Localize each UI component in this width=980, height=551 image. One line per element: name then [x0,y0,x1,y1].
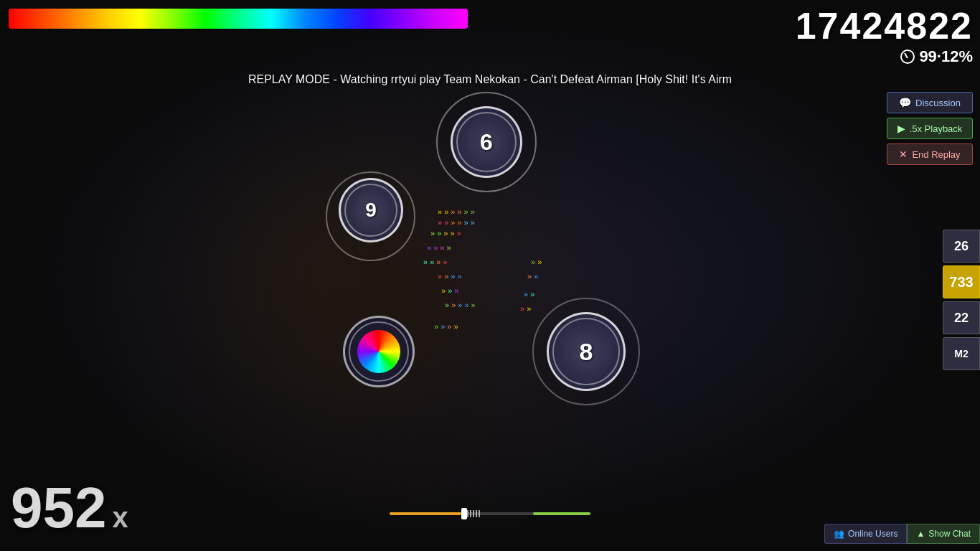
score-accuracy: ⏱ 99·12% [796,47,973,66]
combo-suffix: x [112,501,128,534]
arrow-row-4: » » » » [427,244,451,252]
show-chat-button[interactable]: ▲ Show Chat [907,524,980,544]
playback-button[interactable]: ▶ .5x Playback [887,118,973,139]
bottom-right-buttons: 👥 Online Users ▲ Show Chat [824,524,980,544]
combo-value: 952 [11,479,106,537]
arrow-row-far-2: » » [527,273,538,281]
circle-9-number: 9 [365,199,377,222]
online-users-label: Online Users [848,529,897,539]
hit-circle-6: 6 [451,106,522,178]
scrubber-marker [479,510,480,517]
arrow-row-2: » » » » » » [438,219,475,227]
show-chat-icon: ▲ [916,529,925,539]
discussion-icon: 💬 [899,97,911,108]
arrows-container: » » » » » » » » » » » » » » » » » » » » … [395,179,574,430]
end-replay-button[interactable]: ✕ End Replay [887,143,973,165]
scrubber-marker [473,510,474,517]
replay-mode-text: REPLAY MODE - Watching rrtyui play Team … [248,73,732,86]
scrubber-marker [476,510,477,517]
discussion-label: Discussion [915,98,961,108]
hit-circle-9: 9 [339,178,403,242]
stat-733: 733 [943,265,980,298]
online-users-button[interactable]: 👥 Online Users [824,524,907,544]
end-replay-label: End Replay [912,149,960,160]
accuracy-icon: ⏱ [900,50,915,64]
arrow-row-9: » » » » [434,323,458,331]
end-replay-icon: ✕ [899,149,908,160]
accuracy-value: 99·12% [919,47,973,66]
arrow-row-6: » » » » [438,273,462,281]
scrubber-track[interactable] [390,512,590,515]
scrubber-marker [467,510,468,517]
stat-22: 22 [943,301,980,334]
circle-7-spinner [357,330,400,373]
playback-label: .5x Playback [910,123,963,134]
arrow-row-far-4: » » [520,305,531,313]
playback-icon: ▶ [897,123,905,134]
score-display: 17424822 ⏱ 99·12% [796,7,973,66]
scrubber-left-fill [390,512,461,515]
score-value: 17424822 [796,7,973,44]
right-panel: 💬 Discussion ▶ .5x Playback ✕ End Replay [887,92,973,165]
combo-display: 952 x [11,479,128,537]
progress-bar [9,9,468,29]
arrow-row-3: » » » » » [430,230,461,237]
circle-6-number: 6 [480,129,493,156]
arrow-row-1: » » » » » » [438,208,475,216]
circle-8-number: 8 [580,338,593,366]
progress-bar-container [9,9,468,29]
arrow-row-7: » » » [441,287,458,295]
arrow-row-8: » » » » » [445,301,476,309]
stat-26: 26 [943,230,980,263]
arrow-row-far-1: » » [531,258,542,266]
online-users-icon: 👥 [834,529,844,539]
arrow-row-far-3: » » [524,291,534,298]
scrubber-handle[interactable] [461,508,467,519]
side-stats: 26 733 22 M2 [943,230,980,370]
stat-m2: M2 [943,337,980,370]
scrubber-right-fill [533,512,590,515]
show-chat-label: Show Chat [928,529,971,539]
arrow-row-5: » » » » [423,258,448,266]
scrubber-container[interactable] [390,509,590,518]
scrubber-marker [470,510,471,517]
scrubber-markers [467,510,480,517]
discussion-button[interactable]: 💬 Discussion [887,92,973,113]
